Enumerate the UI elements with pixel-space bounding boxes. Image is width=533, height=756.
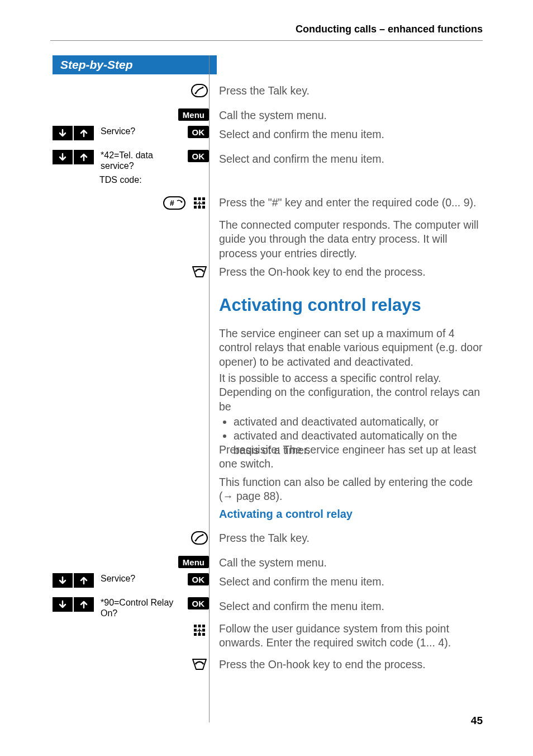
- step-select-confirm: Select and confirm the menu item.: [219, 575, 483, 589]
- down-arrow-button[interactable]: [53, 150, 73, 164]
- svg-point-15: [202, 271, 204, 272]
- header-rule: [50, 40, 483, 41]
- svg-rect-8: [202, 197, 205, 200]
- ok-button[interactable]: OK: [188, 126, 210, 138]
- ok-button[interactable]: OK: [188, 150, 210, 162]
- svg-rect-20: [198, 625, 201, 627]
- svg-rect-21: [202, 625, 205, 627]
- svg-rect-16: [192, 532, 207, 544]
- up-arrow-button[interactable]: [74, 597, 94, 612]
- svg-rect-9: [194, 202, 197, 205]
- svg-rect-10: [202, 202, 205, 205]
- paragraph-computer-response: The connected computer responds. The com…: [219, 218, 483, 261]
- menu-button[interactable]: Menu: [178, 108, 209, 121]
- up-arrow-button[interactable]: [74, 573, 94, 588]
- down-arrow-button[interactable]: [53, 597, 73, 612]
- display-tel-data-service: *42=Tel. data service?: [95, 150, 188, 171]
- svg-rect-22: [194, 629, 197, 632]
- heading-activating-a-control-relay: Activating a control relay: [219, 508, 483, 521]
- step-on-hook: Press the On-hook key to end the process…: [219, 265, 483, 279]
- svg-rect-11: [194, 206, 197, 209]
- step-select-confirm: Select and confirm the menu item.: [219, 599, 483, 613]
- step-call-menu: Call the system menu.: [219, 556, 483, 570]
- step-select-confirm: Select and confirm the menu item.: [219, 152, 483, 166]
- on-hook-key-icon: [190, 655, 209, 672]
- ok-button[interactable]: OK: [188, 597, 210, 609]
- svg-rect-23: [202, 629, 205, 632]
- talk-key-icon: [190, 530, 209, 546]
- sidebar-title: Step-by-Step: [53, 55, 217, 74]
- paragraph-access-relay: It is possible to access a specific cont…: [219, 371, 483, 414]
- svg-point-2: [202, 87, 204, 88]
- display-service: Service?: [95, 126, 188, 136]
- list-item: activated and deactivated automatically,…: [234, 415, 483, 429]
- step-press-talk: Press the Talk key.: [219, 531, 483, 545]
- step-hash-code: Press the "#" key and enter the required…: [219, 196, 483, 210]
- keypad-icon: [190, 622, 209, 639]
- menu-button[interactable]: Menu: [178, 556, 209, 568]
- svg-point-18: [202, 534, 204, 536]
- up-arrow-button[interactable]: [74, 150, 94, 164]
- svg-rect-19: [194, 625, 197, 627]
- svg-point-5: [181, 201, 183, 203]
- svg-text:#: #: [170, 199, 174, 207]
- paragraph-prerequisite: Prerequisite: The service engineer has s…: [219, 443, 483, 471]
- svg-point-14: [195, 271, 197, 272]
- display-tds-code: TDS code:: [94, 174, 209, 185]
- svg-rect-24: [194, 633, 197, 636]
- step-on-hook: Press the On-hook key to end the process…: [219, 658, 483, 672]
- step-follow-guidance: Follow the user guidance system from thi…: [219, 622, 483, 650]
- keypad-icon: [190, 195, 209, 211]
- step-select-confirm: Select and confirm the menu item.: [219, 127, 483, 141]
- up-arrow-button[interactable]: [74, 126, 94, 140]
- paragraph-relays-intro: The service engineer can set up a maximu…: [219, 327, 483, 369]
- running-head: Conducting calls – enhanced functions: [296, 23, 483, 35]
- arrow-right-icon: →: [223, 490, 234, 502]
- on-hook-key-icon: [190, 263, 209, 280]
- display-service: Service?: [95, 573, 188, 584]
- svg-point-28: [202, 663, 204, 665]
- display-control-relay-on: *90=Control Relay On?: [95, 597, 188, 618]
- sidebar-vertical-rule: [209, 55, 210, 722]
- down-arrow-button[interactable]: [53, 126, 73, 140]
- svg-rect-26: [202, 633, 205, 636]
- down-arrow-button[interactable]: [53, 573, 73, 588]
- paragraph-also-code: This function can also be called by ente…: [219, 475, 483, 504]
- svg-rect-0: [192, 84, 207, 97]
- svg-rect-7: [198, 197, 201, 200]
- talk-key-icon: [190, 82, 209, 99]
- svg-point-1: [195, 93, 197, 94]
- heading-activating-control-relays: Activating control relays: [219, 295, 483, 315]
- svg-rect-3: [164, 197, 185, 209]
- svg-rect-6: [194, 197, 197, 200]
- step-press-talk: Press the Talk key.: [219, 84, 483, 98]
- step-call-menu: Call the system menu.: [219, 108, 483, 122]
- text-also-code-suffix: ).: [275, 490, 282, 502]
- page-number: 45: [471, 715, 483, 727]
- svg-rect-13: [202, 206, 205, 209]
- hash-key-icon: #: [162, 195, 187, 211]
- page-reference-link[interactable]: page 88: [236, 490, 276, 502]
- ok-button[interactable]: OK: [188, 573, 210, 585]
- svg-point-17: [195, 540, 197, 542]
- svg-point-27: [195, 663, 197, 665]
